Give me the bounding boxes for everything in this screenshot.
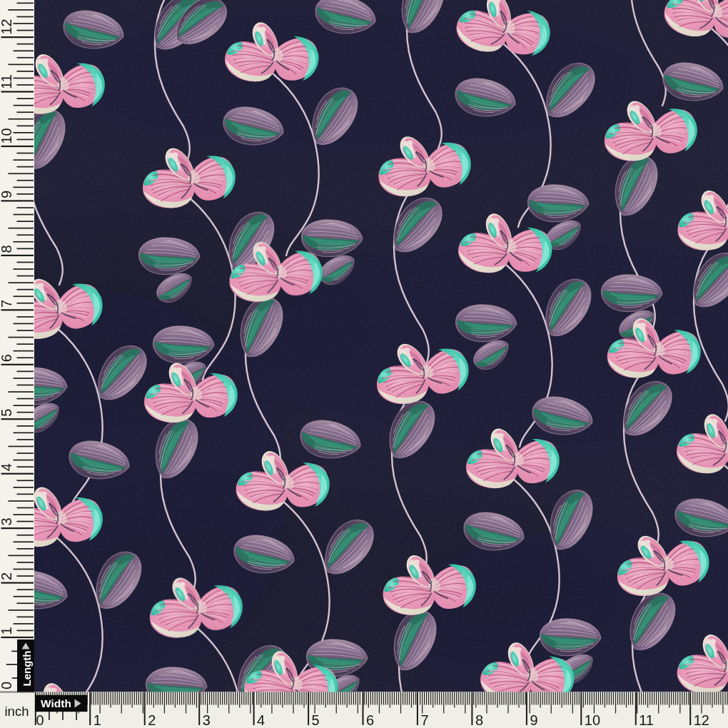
svg-text:Length: Length [21, 651, 33, 687]
svg-text:Width: Width [41, 697, 71, 709]
svg-text:3: 3 [0, 517, 14, 525]
svg-text:5: 5 [312, 712, 320, 728]
svg-text:6: 6 [0, 354, 14, 362]
svg-text:8: 8 [475, 712, 483, 728]
svg-text:12: 12 [0, 19, 14, 34]
svg-text:2: 2 [0, 572, 14, 580]
svg-text:8: 8 [0, 245, 14, 253]
svg-text:9: 9 [530, 712, 537, 728]
svg-text:1: 1 [93, 712, 101, 728]
svg-text:4: 4 [257, 712, 265, 728]
svg-text:3: 3 [203, 712, 211, 728]
svg-text:4: 4 [0, 463, 14, 471]
svg-text:2: 2 [148, 712, 156, 728]
svg-text:6: 6 [366, 712, 374, 728]
svg-text:11: 11 [0, 74, 14, 89]
svg-text:12: 12 [694, 712, 709, 728]
svg-text:5: 5 [0, 409, 14, 417]
svg-text:10: 10 [585, 712, 600, 728]
svg-text:1: 1 [0, 627, 14, 635]
svg-text:11: 11 [639, 712, 654, 728]
svg-text:7: 7 [420, 712, 428, 728]
svg-text:0: 0 [0, 682, 14, 689]
svg-text:inch: inch [5, 704, 29, 719]
svg-text:10: 10 [0, 128, 14, 143]
svg-text:7: 7 [0, 300, 14, 308]
svg-text:0: 0 [36, 712, 44, 728]
svg-text:9: 9 [0, 191, 14, 198]
